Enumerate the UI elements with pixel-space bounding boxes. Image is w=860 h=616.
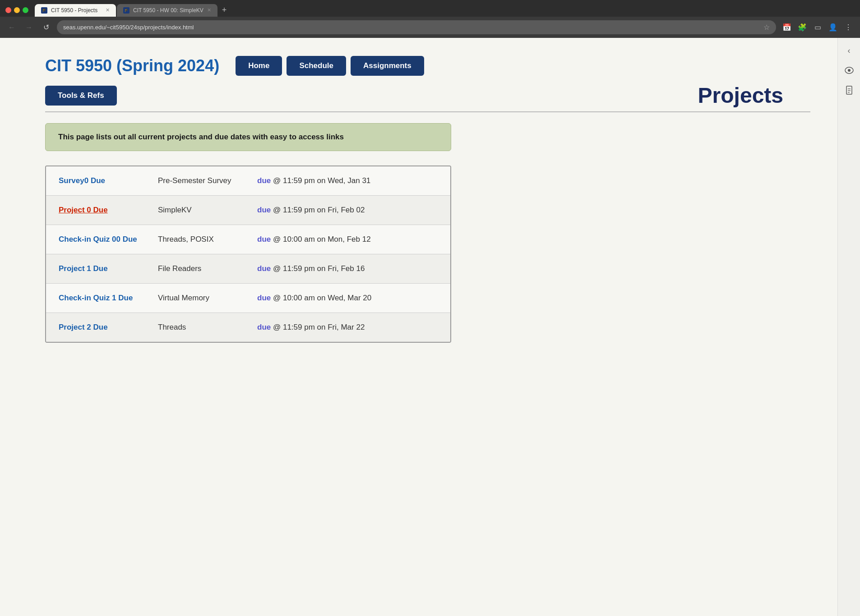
reload-button[interactable]: ↺	[40, 21, 52, 34]
due-link[interactable]: due	[257, 206, 271, 214]
table-row: Check-in Quiz 00 Due Threads, POSIX due …	[46, 225, 450, 254]
project-name[interactable]: Project 2 Due	[59, 323, 158, 332]
browser-chrome: 🎓 CIT 5950 - Projects ✕ 🎓 CIT 5950 - HW …	[0, 0, 860, 38]
project-name-red[interactable]: Project 0 Due	[59, 206, 158, 215]
project-name[interactable]: Survey0 Due	[59, 176, 158, 185]
projects-table: Survey0 Due Pre-Semester Survey due @ 11…	[45, 165, 451, 343]
due-link[interactable]: due	[257, 294, 271, 302]
right-sidebar: ‹	[837, 38, 860, 616]
forward-button[interactable]: →	[23, 21, 35, 34]
project-due: due @ 11:59 pm on Fri, Feb 16	[257, 264, 438, 273]
table-row: Survey0 Due Pre-Semester Survey due @ 11…	[46, 166, 450, 196]
due-link[interactable]: due	[257, 176, 271, 185]
table-row: Project 2 Due Threads due @ 11:59 pm on …	[46, 313, 450, 342]
info-banner-text: This page lists out all current projects…	[58, 133, 344, 141]
due-rest: @ 10:00 am on Mon, Feb 12	[271, 235, 370, 244]
new-tab-button[interactable]: +	[218, 4, 231, 17]
browser-nav-icons: 📅 🧩 ▭ 👤 ⋮	[781, 21, 855, 34]
project-topic: Threads	[158, 323, 257, 332]
tab-close-projects[interactable]: ✕	[106, 7, 110, 13]
project-name[interactable]: Check-in Quiz 00 Due	[59, 235, 158, 244]
site-header: CIT 5950 (Spring 2024) Home Schedule Ass…	[45, 56, 810, 76]
address-text: seas.upenn.edu/~cit5950/24sp/projects/in…	[63, 24, 760, 31]
eye-icon[interactable]	[842, 63, 856, 78]
tab-title-projects: CIT 5950 - Projects	[51, 7, 102, 14]
layout-wrapper: CIT 5950 (Spring 2024) Home Schedule Ass…	[0, 38, 860, 616]
project-due: due @ 11:59 pm on Wed, Jan 31	[257, 176, 438, 185]
document-icon[interactable]	[842, 83, 856, 97]
tools-refs-button[interactable]: Tools & Refs	[45, 86, 117, 106]
due-link[interactable]: due	[257, 264, 271, 273]
site-title: CIT 5950 (Spring 2024)	[45, 56, 219, 75]
project-name[interactable]: Check-in Quiz 1 Due	[59, 294, 158, 303]
close-dot[interactable]	[5, 7, 11, 13]
project-topic: SimpleKV	[158, 206, 257, 215]
extensions-icon[interactable]: 🧩	[796, 21, 809, 34]
minimize-dot[interactable]	[14, 7, 20, 13]
table-row: Check-in Quiz 1 Due Virtual Memory due @…	[46, 284, 450, 313]
project-topic: Virtual Memory	[158, 294, 257, 303]
tab-projects[interactable]: 🎓 CIT 5950 - Projects ✕	[35, 4, 116, 17]
due-rest: @ 11:59 pm on Wed, Jan 31	[271, 176, 370, 185]
tab-favicon-projects: 🎓	[41, 7, 47, 14]
assignments-button[interactable]: Assignments	[351, 56, 424, 76]
home-button[interactable]: Home	[236, 56, 282, 76]
tab-close-simplekv[interactable]: ✕	[207, 7, 211, 13]
tab-title-simplekv: CIT 5950 - HW 00: SimpleKV	[133, 7, 203, 14]
page-content: CIT 5950 (Spring 2024) Home Schedule Ass…	[0, 38, 837, 616]
browser-tabs: 🎓 CIT 5950 - Projects ✕ 🎓 CIT 5950 - HW …	[0, 0, 860, 17]
table-row: Project 1 Due File Readers due @ 11:59 p…	[46, 254, 450, 284]
project-topic: Pre-Semester Survey	[158, 176, 257, 185]
due-rest: @ 11:59 pm on Fri, Mar 22	[271, 323, 365, 331]
address-bar[interactable]: seas.upenn.edu/~cit5950/24sp/projects/in…	[57, 20, 776, 34]
due-rest: @ 10:00 am on Wed, Mar 20	[271, 294, 371, 302]
maximize-dot[interactable]	[23, 7, 28, 13]
project-topic: Threads, POSIX	[158, 235, 257, 244]
project-name[interactable]: Project 1 Due	[59, 264, 158, 273]
due-rest: @ 11:59 pm on Fri, Feb 16	[271, 264, 365, 273]
page-title: Projects	[698, 83, 810, 108]
table-row: Project 0 Due SimpleKV due @ 11:59 pm on…	[46, 196, 450, 225]
schedule-button[interactable]: Schedule	[287, 56, 346, 76]
project-due: due @ 10:00 am on Wed, Mar 20	[257, 294, 438, 303]
header-divider	[45, 111, 810, 112]
collapse-sidebar-icon[interactable]: ‹	[842, 43, 856, 58]
project-due: due @ 10:00 am on Mon, Feb 12	[257, 235, 438, 244]
sidebar-toggle-icon[interactable]: ▭	[811, 21, 824, 34]
info-banner: This page lists out all current projects…	[45, 123, 451, 151]
calendar-icon[interactable]: 📅	[781, 21, 793, 34]
tab-favicon-simplekv: 🎓	[123, 7, 129, 14]
nav-row2: Tools & Refs Projects	[45, 83, 810, 108]
tab-controls	[5, 5, 28, 16]
browser-nav: ← → ↺ seas.upenn.edu/~cit5950/24sp/proje…	[0, 17, 860, 38]
svg-point-1	[848, 69, 851, 72]
due-rest: @ 11:59 pm on Fri, Feb 02	[271, 206, 365, 214]
menu-icon[interactable]: ⋮	[842, 21, 855, 34]
svg-rect-2	[846, 86, 852, 94]
back-button[interactable]: ←	[5, 21, 18, 34]
profile-icon[interactable]: 👤	[827, 21, 839, 34]
due-link[interactable]: due	[257, 323, 271, 331]
due-link[interactable]: due	[257, 235, 271, 244]
project-due: due @ 11:59 pm on Fri, Feb 02	[257, 206, 438, 215]
nav-buttons: Home Schedule Assignments	[236, 56, 424, 76]
bookmark-icon[interactable]: ☆	[763, 23, 770, 32]
tab-simplekv[interactable]: 🎓 CIT 5950 - HW 00: SimpleKV ✕	[117, 4, 217, 17]
project-topic: File Readers	[158, 264, 257, 273]
project-due: due @ 11:59 pm on Fri, Mar 22	[257, 323, 438, 332]
